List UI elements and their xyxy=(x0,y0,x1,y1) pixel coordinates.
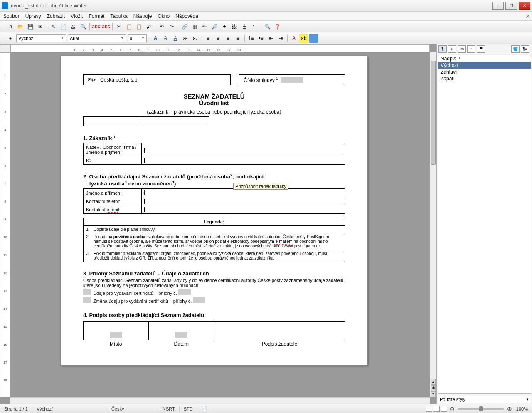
contract-number-field[interactable] xyxy=(281,77,303,83)
undo-button[interactable]: ↶ xyxy=(157,22,166,31)
font-color-button[interactable]: A xyxy=(289,34,298,43)
redo-button[interactable]: ↷ xyxy=(167,22,176,31)
signature-table[interactable] xyxy=(83,321,345,340)
align-center-button[interactable]: ≡ xyxy=(214,34,223,43)
font-size-combo[interactable]: 9▼ xyxy=(128,34,147,42)
spellcheck-button[interactable]: abc xyxy=(91,22,101,31)
style-item[interactable]: Záhlaví xyxy=(438,69,531,75)
autospell-button[interactable]: abc xyxy=(101,22,111,31)
document-area[interactable]: ····1········2········3········4········… xyxy=(0,44,436,404)
email-button[interactable]: ✉ xyxy=(36,22,45,31)
nav-next-page[interactable]: ▾ xyxy=(431,391,436,397)
attachment-num-1[interactable] xyxy=(178,289,191,295)
zoom-slider[interactable] xyxy=(458,408,504,410)
hyperlink-button[interactable]: 🔗 xyxy=(180,22,189,31)
frame-styles-tab[interactable]: ▭ xyxy=(458,45,466,53)
menu-soubor[interactable]: Soubor xyxy=(3,13,20,19)
status-language[interactable]: Česky xyxy=(107,406,157,411)
new-style-button[interactable]: ¶≡ xyxy=(521,45,529,53)
align-left-button[interactable]: ≡ xyxy=(204,34,213,43)
style-item[interactable]: Zápatí xyxy=(438,75,531,82)
status-page[interactable]: Strana 1 / 1 xyxy=(0,406,32,411)
style-filter-combo[interactable]: Použité styly▼ xyxy=(438,396,531,403)
paragraph-style-combo[interactable]: Výchozí▼ xyxy=(16,34,66,42)
underline-button[interactable]: A xyxy=(171,34,180,43)
document-page[interactable]: ✉⊳ Česká pošta, s.p. Číslo smlouvy 1 SEZ… xyxy=(60,56,368,366)
menu-format[interactable]: Formát xyxy=(89,13,104,19)
horizontal-ruler[interactable]: ····1········2········3········4········… xyxy=(10,44,430,52)
cut-button[interactable]: ✂ xyxy=(114,22,123,31)
open-button[interactable]: 📂 xyxy=(16,22,25,31)
paste-button[interactable]: 📋 xyxy=(134,22,143,31)
save-button[interactable]: 💾 xyxy=(26,22,35,31)
list-styles-tab[interactable]: ≣ xyxy=(477,45,485,53)
attachment-num-2[interactable] xyxy=(193,297,205,303)
customer-table[interactable]: Název / Obchodní firma / Jméno a příjmen… xyxy=(83,143,345,165)
maximize-button[interactable]: ❐ xyxy=(505,2,517,10)
zoom-out-button[interactable]: ⊖ xyxy=(450,406,455,412)
close-button[interactable]: ✕ xyxy=(519,2,530,10)
zoom-button[interactable]: 🔍 xyxy=(263,22,272,31)
help-button[interactable]: ❓ xyxy=(273,22,282,31)
align-justify-button[interactable]: ≡ xyxy=(234,34,243,43)
fill-format-button[interactable]: 🪣 xyxy=(511,45,520,53)
status-insert-mode[interactable]: INSRT xyxy=(157,406,180,411)
minimize-button[interactable]: — xyxy=(492,2,504,10)
export-pdf-button[interactable]: 📄 xyxy=(59,22,68,31)
font-name-combo[interactable]: Arial▼ xyxy=(68,34,126,42)
toolbar-grip-2[interactable] xyxy=(2,34,4,42)
menu-upravy[interactable]: Úpravy xyxy=(25,13,41,19)
print-button[interactable]: 🖨 xyxy=(69,22,78,31)
nav-prev-page[interactable]: ▴ xyxy=(431,379,436,385)
nonprinting-button[interactable]: ¶ xyxy=(250,22,259,31)
decrease-indent-button[interactable]: ⇤ xyxy=(266,34,276,43)
copy-button[interactable]: 📋 xyxy=(124,22,133,31)
status-selection-mode[interactable]: STD xyxy=(180,406,197,411)
vertical-ruler[interactable]: 123 45 67 89 1011 1213 1415 1617 18 xyxy=(0,52,10,397)
style-list[interactable]: Nadpis 2 Výchozí Záhlaví Zápatí xyxy=(438,55,531,394)
page-styles-tab[interactable]: ▫ xyxy=(467,45,475,53)
table-button[interactable]: ▦ xyxy=(190,22,199,31)
superscript-button[interactable]: a² xyxy=(181,34,190,43)
navigator-button[interactable]: ✦ xyxy=(220,22,229,31)
toolbar-grip[interactable] xyxy=(2,22,4,31)
menu-tabulka[interactable]: Tabulka xyxy=(110,13,127,19)
align-right-button[interactable]: ≡ xyxy=(224,34,233,43)
subscript-button[interactable]: a₂ xyxy=(191,34,200,43)
numbered-list-button[interactable]: 1≡ xyxy=(246,34,256,43)
view-layout-buttons[interactable] xyxy=(426,406,447,412)
nav-select-button[interactable]: ◉ xyxy=(431,385,436,391)
drawing-button[interactable]: ✏ xyxy=(200,22,209,31)
format-paintbrush-button[interactable]: 🖌 xyxy=(144,22,153,31)
bold-button[interactable]: A xyxy=(151,34,160,43)
increase-indent-button[interactable]: ⇥ xyxy=(276,34,286,43)
zoom-in-button[interactable]: ⊕ xyxy=(507,406,512,412)
italic-button[interactable]: A xyxy=(161,34,170,43)
zoom-percent[interactable]: 100% xyxy=(512,406,532,411)
vertical-scrollbar[interactable]: ▴ ◉ ▾ xyxy=(430,52,436,397)
status-modified-icon[interactable]: 📄 xyxy=(197,406,212,411)
new-doc-button[interactable]: 🗋 xyxy=(6,22,15,31)
find-button[interactable]: 🔎 xyxy=(210,22,219,31)
menu-napoveda[interactable]: Nápověda xyxy=(175,13,198,19)
menu-zobrazit[interactable]: Zobrazit xyxy=(47,13,65,19)
style-item[interactable]: Nadpis 2 xyxy=(438,55,531,62)
style-item[interactable]: Výchozí xyxy=(438,62,531,69)
menu-vlozit[interactable]: Vložit xyxy=(71,13,83,19)
highlight-button[interactable]: ab xyxy=(299,34,308,43)
menu-okno[interactable]: Okno xyxy=(158,13,170,19)
empty-table-row[interactable] xyxy=(83,116,345,126)
menu-nastroje[interactable]: Nástroje xyxy=(133,13,152,19)
bulleted-list-button[interactable]: •≡ xyxy=(256,34,266,43)
document-close-icon[interactable]: ✕ xyxy=(525,13,530,20)
preview-button[interactable]: 🔍 xyxy=(79,22,88,31)
status-style[interactable]: Výchozí xyxy=(32,406,107,411)
presenter-table[interactable]: Jméno a příjmení: Kontaktní telefon: Kon… xyxy=(83,188,345,214)
character-styles-tab[interactable]: a xyxy=(448,45,456,53)
horizontal-scrollbar[interactable] xyxy=(10,397,430,404)
edit-button[interactable]: ✎ xyxy=(49,22,58,31)
data-sources-button[interactable]: 🗄 xyxy=(240,22,249,31)
gallery-button[interactable]: 🖼 xyxy=(230,22,239,31)
bg-color-button[interactable] xyxy=(309,34,318,43)
paragraph-styles-tab[interactable]: ¶ xyxy=(438,45,447,53)
